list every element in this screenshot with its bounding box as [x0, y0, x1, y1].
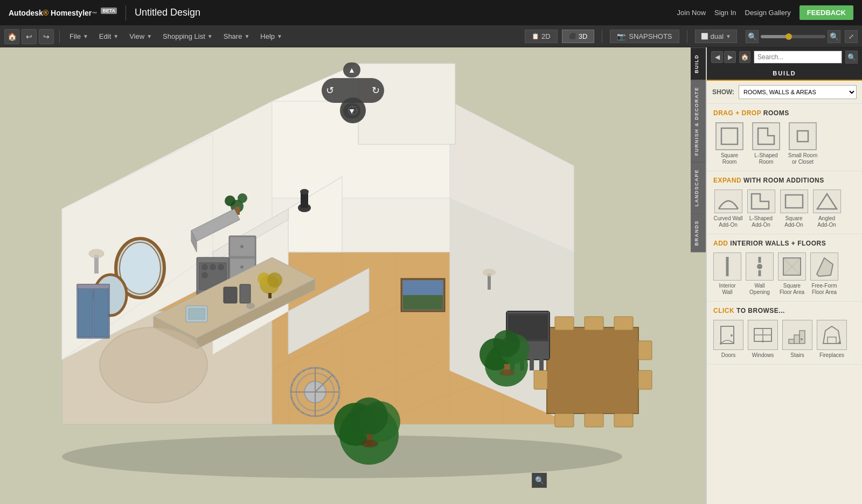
svg-marker-138 [817, 258, 833, 276]
square-addon[interactable]: SquareAdd-On [779, 190, 809, 228]
addons-section-title: EXPAND WITH ROOM ADDITIONS [713, 177, 856, 184]
help-menu[interactable]: Help ▼ [256, 30, 287, 43]
curved-wall-shape [714, 190, 742, 213]
nav-right-button[interactable]: ↻ [372, 85, 380, 96]
nav-down-button[interactable]: ▼ [343, 103, 360, 118]
svg-rect-126 [797, 131, 808, 142]
l-shaped-room-label: L-ShapedRoom [754, 152, 777, 165]
shopping-list-menu[interactable]: Shopping List ▼ [158, 30, 217, 43]
angled-addon[interactable]: AngledAdd-On [812, 190, 842, 228]
rooms-grid: SquareRoom L-ShapedRoom [713, 122, 856, 165]
vertical-tabs: BUILD FURNISH & DECORATE LANDSCAPE BRAND… [691, 47, 706, 252]
doors-browse-item[interactable]: Doors [713, 320, 743, 359]
canvas-magnify-button[interactable]: 🔍 [532, 473, 547, 488]
svg-rect-75 [555, 317, 574, 330]
sidebar-home-button[interactable]: 🏠 [739, 51, 750, 63]
redo-button[interactable]: ↪ [39, 29, 54, 44]
view-3d-button[interactable]: ⬛ 3D [562, 30, 595, 43]
windows-browse-item[interactable]: Windows [748, 320, 778, 359]
dual-button[interactable]: ⬜ dual ▼ [695, 30, 737, 43]
view-menu[interactable]: View ▼ [125, 30, 156, 43]
right-sidebar: ◀ ▶ 🏠 🔍 BUILD SHOW: ROOMS, WALLS & AREAS… [706, 47, 862, 504]
square-addon-label: SquareAdd-On [784, 215, 803, 228]
furnish-decorate-tab[interactable]: FURNISH & DECORATE [691, 80, 706, 162]
view-2d-button[interactable]: 📋 2D [525, 30, 558, 43]
curved-wall-label: Curved WallAdd-On [713, 215, 742, 228]
svg-rect-82 [534, 370, 547, 389]
svg-point-39 [210, 264, 216, 270]
main-content: ▲ ↺ ↻ ▼ [0, 47, 862, 504]
svg-rect-72 [268, 293, 272, 298]
square-floor-item[interactable]: SquareFloor Area [778, 253, 806, 296]
back-button[interactable]: ◀ [711, 51, 723, 63]
landscape-tab[interactable]: LANDSCAPE [691, 162, 706, 213]
nav-ring: ↺ ↻ [322, 78, 384, 103]
feedback-button[interactable]: FEEDBACK [800, 5, 853, 20]
freeform-floor-item[interactable]: Free-FormFloor Area [810, 253, 838, 296]
sign-in-link[interactable]: Sign In [714, 9, 736, 17]
svg-point-117 [246, 303, 255, 309]
show-dropdown[interactable]: ROOMS, WALLS & AREAS ALL WALLS ONLY [739, 85, 857, 99]
zoom-bar: 🔍 🔍 [746, 30, 840, 43]
svg-point-95 [493, 330, 520, 357]
file-menu[interactable]: File ▼ [65, 30, 93, 43]
svg-point-110 [300, 189, 309, 194]
square-floor-label: SquareFloor Area [780, 283, 804, 296]
svg-rect-151 [828, 337, 836, 344]
expand-button[interactable]: ⤢ [845, 30, 858, 43]
wall-opening-item[interactable]: WallOpening [746, 253, 774, 296]
sidebar-search-button[interactable]: 🔍 [845, 51, 858, 64]
share-menu[interactable]: Share ▼ [219, 30, 254, 43]
walls-section: ADD INTERIOR WALLS + FLOORS InteriorWall [707, 234, 862, 302]
canvas-area[interactable]: ▲ ↺ ↻ ▼ [0, 47, 706, 504]
join-now-link[interactable]: Join Now [677, 9, 706, 17]
stairs-shape [782, 320, 812, 350]
fireplaces-browse-item[interactable]: Fireplaces [817, 320, 847, 359]
view-toggle: 📋 2D ⬛ 3D 📷 SNAPSHOTS ⬜ dual ▼ 🔍 🔍 ⤢ [525, 30, 858, 43]
angled-addon-label: AngledAdd-On [817, 215, 836, 228]
svg-marker-130 [817, 194, 837, 209]
interior-wall-item[interactable]: InteriorWall [713, 253, 741, 296]
rooms-section-title: DRAG + DROP ROOMS [713, 109, 856, 117]
build-tab[interactable]: BUILD [691, 47, 706, 80]
svg-point-101 [350, 397, 388, 435]
design-gallery-link[interactable]: Design Gallery [745, 9, 791, 17]
windows-label: Windows [752, 352, 774, 359]
fireplaces-shape [817, 320, 847, 350]
fireplaces-label: Fireplaces [819, 352, 844, 359]
l-shaped-addon[interactable]: L-ShapedAdd-On [746, 190, 776, 228]
svg-rect-90 [530, 357, 534, 370]
square-room-item[interactable]: SquareRoom [713, 122, 746, 165]
interior-wall-shape [713, 253, 741, 281]
svg-rect-106 [403, 295, 443, 310]
snapshots-button[interactable]: 📷 SNAPSHOTS [610, 30, 679, 43]
stairs-browse-item[interactable]: Stairs [782, 320, 812, 359]
brands-tab[interactable]: BRANDS [691, 213, 706, 253]
l-shaped-room-item[interactable]: L-ShapedRoom [750, 122, 782, 165]
svg-point-141 [720, 342, 722, 345]
wall-opening-label: WallOpening [749, 283, 770, 296]
nav-up-button[interactable]: ▲ [343, 62, 360, 78]
zoom-out-button[interactable]: 🔍 [746, 30, 759, 43]
small-room-item[interactable]: Small Roomor Closet [787, 122, 819, 165]
walls-grid: InteriorWall WallOpening [713, 253, 856, 296]
svg-marker-150 [823, 326, 840, 344]
home-icon-button[interactable]: 🏠 [4, 29, 19, 44]
curved-wall-addon[interactable]: Curved WallAdd-On [713, 190, 743, 228]
small-room-label: Small Roomor Closet [788, 152, 817, 165]
undo-button[interactable]: ↩ [22, 29, 37, 44]
edit-menu[interactable]: Edit ▼ [95, 30, 123, 43]
sidebar-search-input[interactable] [754, 51, 842, 64]
zoom-slider[interactable] [761, 35, 825, 38]
angled-addon-shape [813, 190, 841, 213]
svg-rect-64 [77, 284, 109, 289]
browse-section: CLICK TO BROWSE... Doors [707, 302, 862, 365]
nav-left-button[interactable]: ↺ [326, 85, 334, 96]
svg-rect-47 [224, 287, 237, 303]
forward-button[interactable]: ▶ [724, 51, 736, 63]
freeform-floor-label: Free-FormFloor Area [811, 283, 837, 296]
svg-rect-63 [94, 285, 108, 337]
zoom-thumb[interactable] [785, 33, 792, 40]
zoom-in-button[interactable]: 🔍 [828, 30, 840, 43]
svg-point-66 [225, 195, 235, 206]
